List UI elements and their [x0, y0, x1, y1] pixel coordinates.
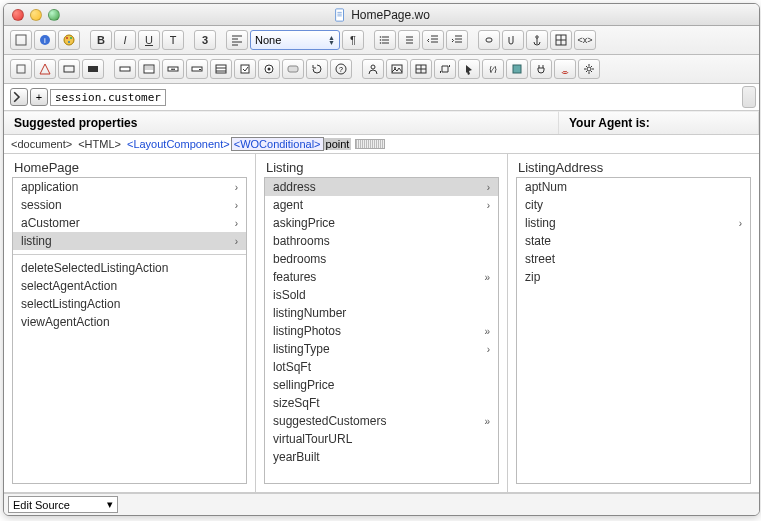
- close-button[interactable]: [12, 9, 24, 21]
- list-item[interactable]: listingNumber: [265, 304, 498, 322]
- chevron-right-icon: »: [484, 326, 490, 337]
- component-button[interactable]: [506, 59, 528, 79]
- rect-button[interactable]: [58, 59, 80, 79]
- palette-button[interactable]: [58, 30, 80, 50]
- list-item[interactable]: bedrooms: [265, 250, 498, 268]
- list-item[interactable]: agent›: [265, 196, 498, 214]
- textarea-button[interactable]: [138, 59, 160, 79]
- titlebar: HomePage.wo: [4, 4, 759, 26]
- chevron-right-icon: ›: [487, 200, 490, 211]
- list-item[interactable]: listingType›: [265, 340, 498, 358]
- column-list[interactable]: application›session›aCustomer›listing›de…: [12, 177, 247, 484]
- plug-button[interactable]: [530, 59, 552, 79]
- breadcrumb-document[interactable]: <document>: [10, 138, 73, 150]
- minimize-button[interactable]: [30, 9, 42, 21]
- list-item[interactable]: isSold: [265, 286, 498, 304]
- underline-button[interactable]: U: [138, 30, 160, 50]
- list-item[interactable]: street: [517, 250, 750, 268]
- list-item[interactable]: aCustomer›: [13, 214, 246, 232]
- list-item[interactable]: virtualTourURL: [265, 430, 498, 448]
- java-button[interactable]: [554, 59, 576, 79]
- list-component-button[interactable]: [210, 59, 232, 79]
- list-item[interactable]: suggestedCustomers»: [265, 412, 498, 430]
- attachment-button[interactable]: [502, 30, 524, 50]
- collapse-button[interactable]: [10, 88, 28, 106]
- align-left-button[interactable]: [226, 30, 248, 50]
- breadcrumb-html[interactable]: <HTML>: [77, 138, 122, 150]
- list-item-label: listingType: [273, 342, 330, 356]
- list-item[interactable]: deleteSelectedListingAction: [13, 259, 246, 277]
- warning-button[interactable]: [34, 59, 56, 79]
- list-item[interactable]: aptNum: [517, 178, 750, 196]
- list-item[interactable]: session›: [13, 196, 246, 214]
- link-button[interactable]: [478, 30, 500, 50]
- radio-button[interactable]: [258, 59, 280, 79]
- list-item[interactable]: selectAgentAction: [13, 277, 246, 295]
- list-item[interactable]: state: [517, 232, 750, 250]
- image-button[interactable]: [386, 59, 408, 79]
- vertical-scrollbar[interactable]: [742, 86, 756, 108]
- outdent-button[interactable]: [422, 30, 444, 50]
- frame-button[interactable]: [550, 30, 572, 50]
- list-item[interactable]: application›: [13, 178, 246, 196]
- person-button[interactable]: [362, 59, 384, 79]
- info-button[interactable]: i: [34, 30, 56, 50]
- cursor-button[interactable]: [458, 59, 480, 79]
- ordered-list-button[interactable]: [398, 30, 420, 50]
- table-button[interactable]: [410, 59, 432, 79]
- list-item[interactable]: listing›: [517, 214, 750, 232]
- list-button[interactable]: [374, 30, 396, 50]
- source-button[interactable]: <x>: [574, 30, 596, 50]
- list-item-label: zip: [525, 270, 540, 284]
- svg-point-4: [64, 35, 74, 45]
- style-select[interactable]: None ▲▼: [250, 30, 340, 50]
- list-item[interactable]: selectListingAction: [13, 295, 246, 313]
- svg-point-11: [536, 36, 538, 38]
- repetition-button[interactable]: [434, 59, 456, 79]
- password-button[interactable]: ••: [162, 59, 184, 79]
- box-button[interactable]: [10, 59, 32, 79]
- mode-select[interactable]: Edit Source ▾: [8, 496, 118, 513]
- list-item[interactable]: viewAgentAction: [13, 313, 246, 331]
- zoom-button[interactable]: [48, 9, 60, 21]
- list-item[interactable]: city: [517, 196, 750, 214]
- filled-rect-button[interactable]: [82, 59, 104, 79]
- list-item[interactable]: yearBuilt: [265, 448, 498, 466]
- typewriter-button[interactable]: T: [162, 30, 184, 50]
- list-item[interactable]: zip: [517, 268, 750, 286]
- italic-button[interactable]: I: [114, 30, 136, 50]
- gear-button[interactable]: [578, 59, 600, 79]
- list-item[interactable]: address›: [265, 178, 498, 196]
- list-item[interactable]: features»: [265, 268, 498, 286]
- anchor-button[interactable]: [526, 30, 548, 50]
- reset-button[interactable]: [306, 59, 328, 79]
- paragraph-button[interactable]: ¶: [342, 30, 364, 50]
- bold-button[interactable]: B: [90, 30, 112, 50]
- breadcrumb-conditional[interactable]: <WOConditional>: [231, 137, 324, 151]
- list-item[interactable]: listing›: [13, 232, 246, 250]
- custom-button[interactable]: ⟨⁄⟩: [482, 59, 504, 79]
- list-item-label: bathrooms: [273, 234, 330, 248]
- add-binding-button[interactable]: +: [30, 88, 48, 106]
- textfield-button[interactable]: [114, 59, 136, 79]
- breadcrumb-layout[interactable]: <LayoutComponent>: [126, 138, 231, 150]
- column-list[interactable]: aptNumcitylisting›statestreetzip: [516, 177, 751, 484]
- formatting-toolbar: i B I U T 3 None ▲▼ ¶ <x>: [4, 26, 759, 55]
- list-item[interactable]: listingPhotos»: [265, 322, 498, 340]
- object-browser: HomePage application›session›aCustomer›l…: [4, 154, 759, 493]
- heading-button[interactable]: 3: [194, 30, 216, 50]
- indent-button[interactable]: [446, 30, 468, 50]
- list-item[interactable]: bathrooms: [265, 232, 498, 250]
- list-item[interactable]: askingPrice: [265, 214, 498, 232]
- list-item[interactable]: lotSqFt: [265, 358, 498, 376]
- list-item[interactable]: sizeSqFt: [265, 394, 498, 412]
- popup-button[interactable]: [186, 59, 208, 79]
- help-button[interactable]: ?: [330, 59, 352, 79]
- checkbox-button[interactable]: [234, 59, 256, 79]
- splitter-handle-icon[interactable]: [355, 139, 385, 149]
- column-list[interactable]: address›agent›askingPricebathroomsbedroo…: [264, 177, 499, 484]
- submit-button[interactable]: [282, 59, 304, 79]
- list-item[interactable]: sellingPrice: [265, 376, 498, 394]
- inspector-button[interactable]: [10, 30, 32, 50]
- binding-text[interactable]: session.customer: [50, 89, 166, 106]
